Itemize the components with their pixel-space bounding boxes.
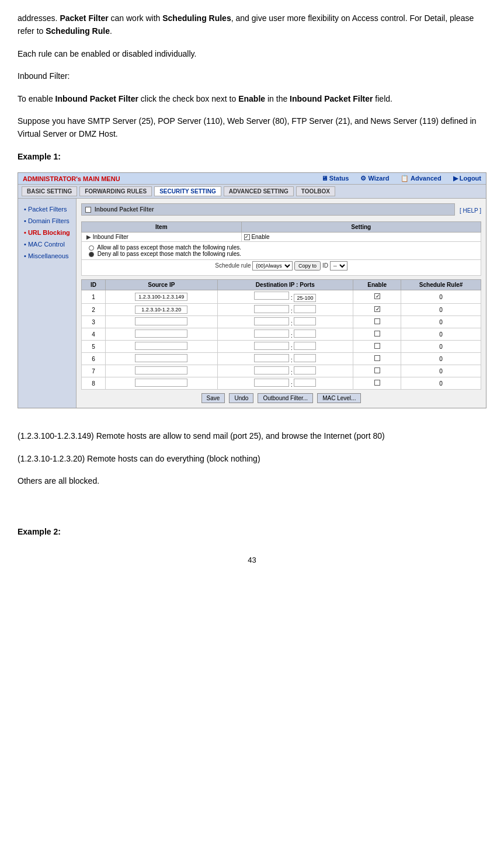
- option2-text: Deny all to pass except those match the …: [98, 251, 241, 257]
- router-body: • Packet Filters • Domain Filters • URL …: [18, 199, 486, 408]
- tab-advanced[interactable]: ADVANCED SETTING: [224, 186, 294, 196]
- table-row: 7 : 0: [82, 365, 481, 377]
- dst-ip-input[interactable]: [254, 366, 289, 374]
- save-button[interactable]: Save: [201, 393, 225, 403]
- table-row: 11.2.3.100-1.2.3.149 : 25-100✓0: [82, 290, 481, 304]
- enable-bold: Enable: [238, 94, 265, 103]
- dst-ip-input[interactable]: [254, 317, 289, 325]
- after-text-3: Others are all blocked.: [18, 474, 486, 487]
- inbound-filter-label: Inbound Filter:: [18, 70, 486, 82]
- id-label: ID: [322, 262, 330, 269]
- table-row: 8 : 0: [82, 377, 481, 390]
- scheduling-rule-bold: Scheduling Rule: [46, 26, 110, 36]
- after-text-1: (1.2.3.100-1.2.3.149) Remote hosts are a…: [18, 429, 486, 442]
- th-src-ip: Source IP: [106, 280, 218, 290]
- intro-para2: Each rule can be enabled or disabled ind…: [18, 47, 486, 60]
- port-input[interactable]: [294, 354, 316, 362]
- table-row: 6 : 0: [82, 353, 481, 365]
- src-ip-input[interactable]: [135, 379, 187, 387]
- help-link[interactable]: [ HELP ]: [460, 207, 481, 214]
- src-ip-input[interactable]: [135, 366, 187, 374]
- sidebar-item-domain-filters[interactable]: • Domain Filters: [20, 215, 74, 227]
- port-input[interactable]: [294, 366, 316, 374]
- intro-text4: .: [110, 26, 112, 36]
- inbound-filter-row: ▶ Inbound Filter Enable: [82, 233, 481, 242]
- sidebar-item-packet-filters[interactable]: • Packet Filters: [20, 203, 74, 215]
- example2-label: Example 2:: [18, 525, 486, 538]
- router-menubar: ADMINISTRATOR's MAIN MENU 🖥 Status ⚙ Wiz…: [18, 173, 486, 185]
- schedule-select[interactable]: (00)Always: [252, 261, 293, 270]
- router-navtabs: BASIC SETTING FORWARDING RULES SECURITY …: [18, 185, 486, 199]
- enable-checkbox-row[interactable]: [374, 331, 380, 337]
- panel-title-text: Inbound Packet Filter: [95, 206, 154, 213]
- dst-ip-input[interactable]: [254, 305, 289, 313]
- enable-checkbox[interactable]: [244, 234, 250, 240]
- enable-checkbox-row[interactable]: [374, 367, 380, 373]
- intro-text1: addresses.: [18, 13, 60, 23]
- src-ip-input[interactable]: [135, 330, 187, 338]
- th-dst-ip: Destination IP : Ports: [217, 280, 353, 290]
- col-item: Item: [82, 222, 242, 233]
- enable-checkbox-row[interactable]: [374, 380, 380, 386]
- tab-security[interactable]: SECURITY SETTING: [154, 186, 221, 196]
- tab-basic[interactable]: BASIC SETTING: [22, 186, 77, 196]
- enable-checkbox-row[interactable]: [374, 355, 380, 361]
- table-row: 21.2.3.10-1.2.3.20 : ✓0: [82, 304, 481, 316]
- id-select[interactable]: --: [330, 261, 347, 270]
- port-input[interactable]: 25-100: [294, 294, 316, 302]
- menu-advanced: 📋 Advanced: [401, 175, 441, 182]
- enable-checkbox-row[interactable]: ✓: [374, 293, 380, 299]
- packet-filter-bold: Packet Filter: [60, 13, 108, 23]
- dst-ip-input[interactable]: [254, 330, 289, 338]
- src-ip-input[interactable]: [135, 317, 187, 325]
- inbound-pf-bold1: Inbound Packet Filter: [55, 94, 138, 103]
- dst-ip-input[interactable]: [254, 342, 289, 350]
- sidebar-item-miscellaneous[interactable]: • Miscellaneous: [20, 250, 74, 262]
- port-input[interactable]: [294, 342, 316, 350]
- dst-ip-input[interactable]: [254, 379, 289, 387]
- src-ip-input[interactable]: 1.2.3.10-1.2.3.20: [135, 306, 187, 314]
- router-sidebar: • Packet Filters • Domain Filters • URL …: [18, 199, 77, 408]
- src-ip-input[interactable]: [135, 342, 187, 350]
- sidebar-item-mac-control[interactable]: • MAC Control: [20, 238, 74, 250]
- port-input[interactable]: [294, 317, 316, 325]
- option2-row: Deny all to pass except those match the …: [89, 251, 474, 257]
- enable-checkbox-row[interactable]: [374, 343, 380, 349]
- dst-ip-input[interactable]: [254, 292, 289, 300]
- enable-label: Enable: [251, 234, 269, 240]
- filter-rules-table: ID Source IP Destination IP : Ports Enab…: [81, 279, 481, 390]
- menu-wizard: ⚙ Wizard: [360, 175, 389, 182]
- src-ip-input[interactable]: [135, 354, 187, 362]
- port-input[interactable]: [294, 305, 316, 313]
- inbound-panel-checkbox[interactable]: [85, 207, 91, 213]
- port-input[interactable]: [294, 330, 316, 338]
- outbound-filter-button[interactable]: Outbound Filter...: [258, 393, 313, 403]
- table-row: 3 : 0: [82, 316, 481, 328]
- port-input[interactable]: [294, 379, 316, 387]
- dst-ip-input[interactable]: [254, 354, 289, 362]
- menu-logout: ▶ Logout: [453, 175, 481, 182]
- mac-level-button[interactable]: MAC Level...: [317, 393, 361, 403]
- radio-allow[interactable]: [89, 245, 94, 251]
- server-description: Suppose you have SMTP Server (25), POP S…: [18, 115, 486, 141]
- th-id: ID: [82, 280, 106, 290]
- scheduling-rules-bold: Scheduling Rules: [162, 13, 231, 23]
- enable-checkbox-row[interactable]: [374, 318, 380, 324]
- copy-to-button[interactable]: Copy to: [294, 261, 321, 270]
- inbound-pf-bold2: Inbound Packet Filter: [290, 94, 373, 103]
- options-row: Allow all to pass except those match the…: [82, 242, 481, 260]
- inbound-filter-cell: Inbound Filter: [93, 234, 128, 240]
- enable-checkbox-row[interactable]: ✓: [374, 306, 380, 312]
- undo-button[interactable]: Undo: [229, 393, 253, 403]
- router-screenshot: ADMINISTRATOR's MAIN MENU 🖥 Status ⚙ Wiz…: [18, 172, 486, 408]
- src-ip-input[interactable]: 1.2.3.100-1.2.3.149: [135, 293, 187, 301]
- radio-deny[interactable]: [89, 252, 94, 257]
- router-buttons: Save Undo Outbound Filter... MAC Level..…: [81, 393, 481, 403]
- tab-toolbox[interactable]: TOOLBOX: [296, 186, 335, 196]
- intro-text2: can work with: [109, 13, 163, 23]
- tab-forwarding[interactable]: FORWARDING RULES: [79, 186, 152, 196]
- item-setting-table: Item Setting ▶ Inbound Filter Enable: [81, 221, 481, 276]
- sidebar-item-url-blocking[interactable]: • URL Blocking: [20, 227, 74, 238]
- menu-title: ADMINISTRATOR's MAIN MENU: [23, 175, 321, 182]
- th-enable: Enable: [353, 280, 401, 290]
